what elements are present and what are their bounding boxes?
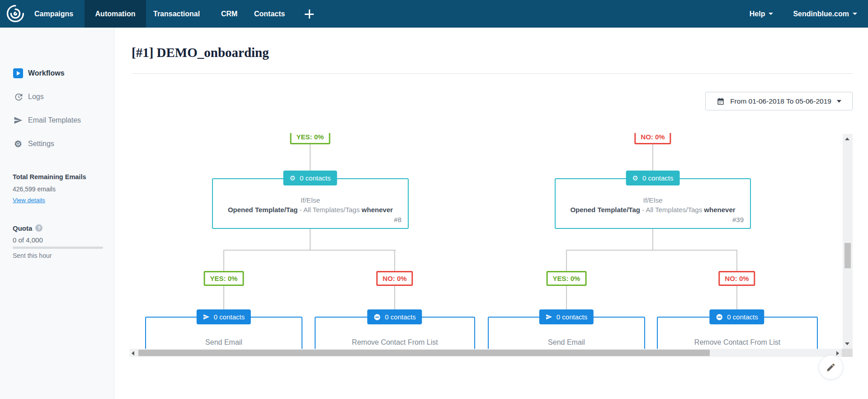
sidebar-label-workflows: Workflows	[28, 69, 65, 77]
sidebar-label-logs: Logs	[28, 93, 44, 101]
connector	[394, 286, 395, 310]
scroll-right-icon[interactable]	[836, 351, 839, 356]
connector	[736, 250, 737, 273]
chevron-down-icon	[769, 13, 773, 15]
send-icon	[546, 314, 552, 320]
sidebar-item-workflows[interactable]: Workflows	[0, 66, 114, 81]
gears-icon: ⚙	[632, 175, 638, 181]
quota-value: 0 of 4,000	[13, 236, 43, 244]
ifelse-node[interactable]: If/Else Opened Template/Tag - All Templa…	[212, 178, 409, 229]
scroll-down-icon[interactable]	[845, 342, 849, 345]
contacts-count-label: 0 contacts	[557, 313, 587, 321]
gear-icon: ⚙	[13, 138, 24, 149]
calendar-icon	[717, 97, 725, 105]
chevron-down-icon	[853, 13, 857, 15]
edit-workflow-button[interactable]	[819, 355, 843, 380]
quota-title: Quota?	[13, 224, 42, 232]
workflow-canvas[interactable]: YES: 0% ⚙ 0 contacts If/Else Opened Temp…	[130, 133, 843, 349]
help-menu[interactable]: Help	[750, 10, 774, 18]
node-type-label: If/Else	[213, 196, 408, 204]
contacts-count-pill[interactable]: 0 contacts	[197, 309, 251, 324]
connector	[224, 250, 396, 251]
nav-item-automation[interactable]: Automation	[85, 0, 146, 28]
contacts-count-pill[interactable]: 0 contacts	[709, 309, 764, 324]
view-details-link[interactable]: View details	[13, 197, 45, 204]
top-nav: Campaigns Automation Transactional CRM C…	[0, 0, 868, 28]
vertical-scrollbar[interactable]	[843, 134, 853, 349]
minus-circle-icon	[373, 314, 381, 321]
branch-result-badge: YES: 0%	[204, 271, 244, 286]
horizontal-scrollbar[interactable]	[130, 349, 842, 357]
sidebar: Workflows Logs Email Templates ⚙ Setting…	[0, 28, 114, 399]
vertical-scroll-thumb[interactable]	[844, 243, 851, 268]
contacts-count-pill[interactable]: ⚙ 0 contacts	[283, 171, 337, 185]
scroll-left-icon[interactable]	[132, 351, 134, 356]
nav-item-crm[interactable]: CRM	[221, 0, 237, 28]
node-type-label: If/Else	[556, 196, 750, 204]
sendinblue-logo[interactable]	[5, 4, 25, 24]
remaining-emails-value: 426,599 emails	[13, 185, 56, 193]
quota-caption: Sent this hour	[13, 252, 52, 259]
sidebar-label-email-templates: Email Templates	[28, 116, 81, 124]
nav-item-contacts[interactable]: Contacts	[254, 0, 285, 28]
help-circle-icon[interactable]: ?	[35, 224, 42, 232]
sidebar-label-settings: Settings	[28, 140, 54, 148]
branch-result-badge: NO: 0%	[634, 133, 671, 144]
contacts-count-pill[interactable]: 0 contacts	[367, 309, 422, 324]
node-description: Opened Template/Tag - All Templates/Tags…	[556, 206, 750, 214]
connector	[223, 286, 224, 310]
connector	[310, 229, 311, 251]
node-type-label: Send Email	[146, 338, 302, 347]
connector	[310, 142, 311, 171]
pencil-icon	[826, 362, 836, 372]
sidebar-item-settings[interactable]: ⚙ Settings	[0, 136, 114, 152]
ifelse-node[interactable]: If/Else Opened Template/Tag - All Templa…	[555, 178, 751, 229]
node-type-label: Send Email	[489, 338, 644, 347]
play-icon	[13, 68, 24, 79]
account-label: Sendinblue.com	[793, 10, 849, 18]
connector	[394, 250, 395, 273]
desc-plain: - All Templates/Tags	[640, 206, 704, 214]
gears-icon: ⚙	[290, 175, 296, 181]
account-menu[interactable]: Sendinblue.com	[793, 10, 857, 18]
scrollbar-corner	[842, 349, 853, 357]
node-description: Opened Template/Tag - All Templates/Tags…	[213, 206, 408, 214]
contacts-count-pill[interactable]: ⚙ 0 contacts	[626, 171, 680, 185]
contacts-count-label: 0 contacts	[300, 174, 330, 182]
desc-bold: whenever	[362, 206, 393, 214]
quota-title-text: Quota	[13, 224, 32, 232]
contacts-count-label: 0 contacts	[385, 313, 415, 321]
node-id: #8	[213, 216, 401, 223]
connector	[652, 142, 653, 171]
branch-result-badge: YES: 0%	[290, 133, 330, 144]
horizontal-scroll-thumb[interactable]	[138, 350, 710, 356]
send-icon	[203, 314, 210, 320]
desc-bold: whenever	[704, 206, 735, 214]
branch-result-badge: NO: 0%	[718, 271, 755, 286]
contacts-count-label: 0 contacts	[727, 313, 758, 321]
desc-bold: Opened Template/Tag	[570, 206, 640, 214]
page-title: [#1] DEMO_onboarding	[132, 45, 269, 60]
desc-bold: Opened Template/Tag	[228, 206, 297, 214]
date-range-label: From 01-06-2018 To 05-06-2019	[730, 97, 831, 105]
add-tab-button[interactable]	[300, 0, 318, 28]
sidebar-item-logs[interactable]: Logs	[0, 89, 114, 104]
help-label: Help	[750, 10, 765, 18]
scroll-up-icon[interactable]	[845, 138, 849, 140]
quota-progress-bar	[13, 247, 103, 249]
connector	[652, 229, 653, 251]
chevron-down-icon	[837, 100, 841, 103]
paper-plane-icon	[13, 115, 24, 126]
plus-icon	[305, 10, 314, 19]
node-id: #39	[556, 216, 744, 223]
node-type-label: Remove Contact From List	[658, 338, 817, 347]
connector	[566, 250, 567, 273]
minus-circle-icon	[716, 314, 723, 321]
contacts-count-label: 0 contacts	[642, 174, 673, 182]
nav-item-campaigns[interactable]: Campaigns	[34, 0, 73, 28]
date-range-filter[interactable]: From 01-06-2018 To 05-06-2019	[705, 92, 853, 110]
contacts-count-pill[interactable]: 0 contacts	[539, 309, 594, 324]
nav-item-transactional[interactable]: Transactional	[153, 0, 200, 28]
sidebar-item-email-templates[interactable]: Email Templates	[0, 113, 114, 128]
history-icon	[13, 91, 24, 102]
